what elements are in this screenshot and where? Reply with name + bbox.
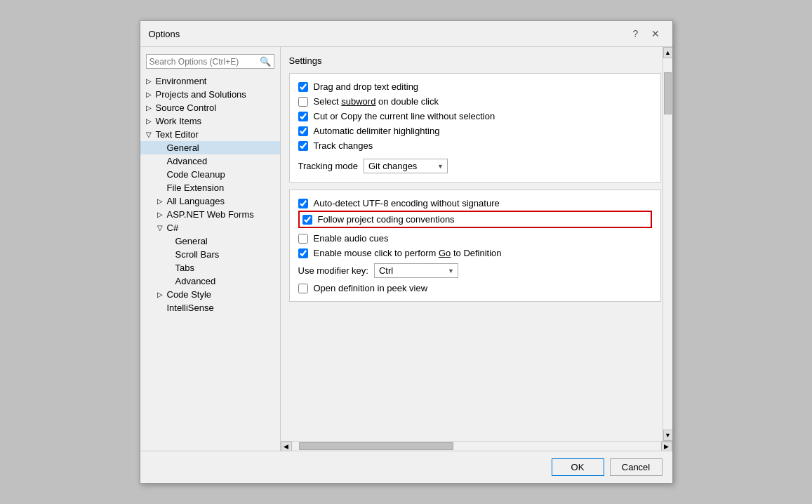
setting-track-changes: Track changes (298, 138, 652, 153)
help-button[interactable]: ? (627, 27, 644, 41)
right-scroll-area: Settings Drag and drop text editing Sele… (281, 47, 672, 441)
tree-label-source-control: Source Control (156, 102, 217, 113)
tree: ▷Environment▷Projects and Solutions▷Sour… (140, 74, 280, 446)
settings-group-1: Drag and drop text editing Select subwor… (289, 73, 661, 183)
tree-item-tabs[interactable]: Tabs (140, 261, 280, 274)
checkbox-track-changes[interactable] (298, 141, 308, 151)
label-cut-copy: Cut or Copy the current line without sel… (314, 111, 495, 121)
search-box[interactable]: 🔍 (146, 54, 274, 69)
label-utf8: Auto-detect UTF-8 encoding without signa… (314, 198, 500, 208)
tree-item-code-style[interactable]: ▷Code Style (140, 288, 280, 301)
tree-label-general: General (167, 142, 199, 153)
tree-label-csharp-general: General (175, 236, 208, 246)
title-bar: Options ? ✕ (140, 21, 672, 47)
setting-peek-view: Open definition in peek view (298, 281, 652, 296)
setting-audio-cues: Enable audio cues (298, 231, 652, 246)
tree-label-text-editor: Text Editor (156, 129, 199, 140)
scroll-thumb-h[interactable] (299, 442, 453, 450)
label-mouse-go: Enable mouse click to perform Go to Defi… (314, 248, 502, 258)
label-auto-delimiter: Automatic delimiter highlighting (314, 126, 440, 136)
tree-label-scroll-bars: Scroll Bars (175, 249, 220, 260)
setting-select-subword: Select subword on double click (298, 94, 652, 109)
setting-mouse-go: Enable mouse click to perform Go to Defi… (298, 246, 652, 260)
tree-item-aspnet-web-forms[interactable]: ▷ASP.NET Web Forms (140, 208, 280, 221)
checkbox-select-subword[interactable] (298, 97, 308, 107)
checkbox-utf8[interactable] (298, 199, 308, 208)
scroll-thumb-v[interactable] (664, 72, 672, 114)
modifier-key-select[interactable]: Ctrl Alt Ctrl+Alt (374, 263, 458, 278)
tree-arrow-work-items: ▷ (146, 117, 153, 125)
tree-item-work-items[interactable]: ▷Work Items (140, 114, 280, 128)
tree-item-csharp-general[interactable]: General (140, 234, 280, 248)
label-select-subword: Select subword on double click (314, 96, 439, 107)
setting-cut-copy: Cut or Copy the current line without sel… (298, 109, 652, 124)
tree-item-file-extension[interactable]: File Extension (140, 181, 280, 194)
tree-item-code-cleanup[interactable]: Code Cleanup (140, 168, 280, 181)
checkbox-auto-delimiter[interactable] (298, 126, 308, 136)
modifier-key-row: Use modifier key: Ctrl Alt Ctrl+Alt (298, 260, 652, 281)
cancel-button[interactable]: Cancel (610, 458, 663, 476)
tree-item-general[interactable]: General (140, 141, 280, 154)
checkbox-audio-cues[interactable] (298, 234, 308, 244)
tree-label-all-languages: All Languages (167, 196, 225, 206)
scroll-down-button[interactable]: ▼ (663, 430, 672, 441)
dialog-body: 🔍 ▷Environment▷Projects and Solutions▷So… (140, 47, 672, 451)
label-peek-view: Open definition in peek view (314, 283, 428, 293)
tree-item-source-control[interactable]: ▷Source Control (140, 101, 280, 114)
scroll-up-button[interactable]: ▲ (663, 47, 672, 58)
checkbox-follow-conventions[interactable] (302, 215, 312, 225)
tree-arrow-projects-solutions: ▷ (146, 91, 153, 98)
modifier-key-label: Use modifier key: (298, 265, 368, 276)
label-audio-cues: Enable audio cues (314, 233, 389, 244)
tree-label-intellisense: IntelliSense (167, 303, 214, 313)
tracking-mode-label: Tracking mode (298, 161, 359, 171)
tree-label-csharp: C# (167, 223, 179, 233)
tree-item-csharp[interactable]: ▽C# (140, 221, 280, 234)
tree-arrow-source-control: ▷ (146, 104, 153, 112)
settings-content: Settings Drag and drop text editing Sele… (281, 47, 672, 441)
settings-group-2: Auto-detect UTF-8 encoding without signa… (289, 190, 661, 302)
tree-item-csharp-advanced[interactable]: Advanced (140, 274, 280, 288)
tree-arrow-aspnet-web-forms: ▷ (157, 211, 164, 218)
tree-item-scroll-bars[interactable]: Scroll Bars (140, 248, 280, 261)
tree-label-file-extension: File Extension (167, 183, 225, 193)
tree-label-aspnet-web-forms: ASP.NET Web Forms (167, 209, 254, 220)
checkbox-cut-copy[interactable] (298, 112, 308, 121)
search-icon: 🔍 (260, 56, 271, 67)
scroll-track-v[interactable] (663, 58, 672, 430)
horizontal-scrollbar[interactable]: ◀ ▶ (281, 441, 672, 451)
label-track-changes: Track changes (314, 140, 373, 151)
ok-button[interactable]: OK (552, 458, 604, 476)
search-input[interactable] (149, 57, 260, 67)
vertical-scrollbar[interactable]: ▲ ▼ (663, 47, 672, 441)
checkbox-peek-view[interactable] (298, 284, 308, 293)
tree-item-advanced[interactable]: Advanced (140, 154, 280, 168)
label-drag-drop: Drag and drop text editing (314, 81, 419, 92)
tree-item-projects-solutions[interactable]: ▷Projects and Solutions (140, 88, 280, 101)
settings-title: Settings (289, 55, 661, 66)
scroll-left-button[interactable]: ◀ (281, 442, 292, 451)
dialog-title: Options (149, 29, 180, 39)
close-button[interactable]: ✕ (647, 27, 664, 41)
tree-arrow-csharp: ▽ (157, 224, 164, 232)
tree-item-intellisense[interactable]: IntelliSense (140, 301, 280, 314)
tree-arrow-code-style: ▷ (157, 291, 164, 298)
checkbox-mouse-go[interactable] (298, 248, 308, 258)
tree-label-advanced: Advanced (167, 156, 208, 166)
tree-arrow-all-languages: ▷ (157, 197, 164, 205)
modifier-key-select-wrapper: Ctrl Alt Ctrl+Alt (374, 263, 458, 278)
tracking-mode-select[interactable]: Git changes None Track Changes (364, 159, 448, 173)
checkbox-drag-drop[interactable] (298, 82, 308, 92)
tree-arrow-environment: ▷ (146, 77, 153, 85)
scroll-right-button[interactable]: ▶ (661, 442, 672, 451)
tracking-mode-row: Tracking mode Git changes None Track Cha… (298, 156, 652, 176)
scroll-track-h[interactable] (292, 442, 661, 451)
tree-item-text-editor[interactable]: ▽Text Editor (140, 128, 280, 141)
tree-item-environment[interactable]: ▷Environment (140, 74, 280, 88)
tree-label-code-style: Code Style (167, 289, 212, 300)
tree-item-all-languages[interactable]: ▷All Languages (140, 194, 280, 208)
tree-label-environment: Environment (156, 76, 207, 86)
setting-follow-conventions: Follow project coding conventions (298, 211, 652, 228)
setting-utf8: Auto-detect UTF-8 encoding without signa… (298, 196, 652, 211)
right-panel: Settings Drag and drop text editing Sele… (281, 47, 672, 451)
